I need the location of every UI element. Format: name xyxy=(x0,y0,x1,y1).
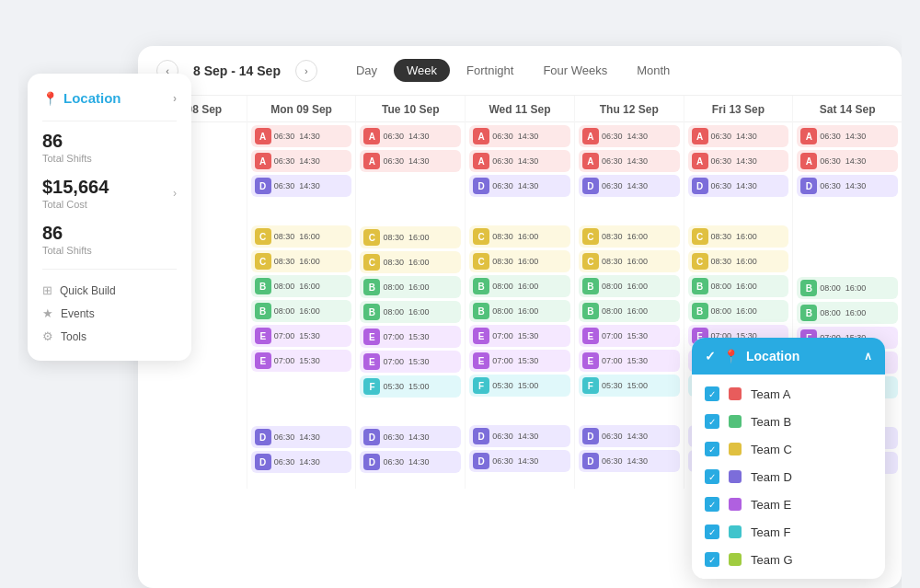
team-f-check-icon: ✓ xyxy=(705,525,719,539)
shift-thu-f1[interactable]: F 05:30 15:00 xyxy=(579,375,680,397)
shift-tue-b1[interactable]: B 08:00 16:00 xyxy=(360,276,461,298)
tab-month[interactable]: Month xyxy=(624,59,683,82)
shift-sat-d1[interactable]: D 06:30 14:30 xyxy=(797,175,898,197)
shift-mon-e2[interactable]: E 07:00 15:30 xyxy=(251,350,352,372)
shift-wed-b2[interactable]: B 08:00 16:00 xyxy=(469,300,570,322)
shift-fri-d1[interactable]: D 06:30 14:30 xyxy=(688,175,789,197)
shift-thu-e2[interactable]: E 07:00 15:30 xyxy=(579,350,680,372)
shift-wed-e1[interactable]: E 07:00 15:30 xyxy=(469,325,570,347)
tab-four-weeks[interactable]: Four Weeks xyxy=(530,59,620,82)
view-tabs: Day Week Fortnight Four Weeks Month xyxy=(343,59,683,82)
shift-tue-d1[interactable]: D 06:30 14:30 xyxy=(360,426,461,448)
team-g-dot xyxy=(729,553,742,566)
shift-fri-c2[interactable]: C 08:30 16:00 xyxy=(688,250,789,272)
day-header-mon: Mon 09 Sep xyxy=(247,96,356,122)
shift-fri-a2[interactable]: A 06:30 14:30 xyxy=(688,150,789,172)
shift-thu-d2[interactable]: D 06:30 14:30 xyxy=(579,425,680,447)
shift-thu-b1[interactable]: B 08:00 16:00 xyxy=(579,275,680,297)
shift-fri-c1[interactable]: C 08:30 16:00 xyxy=(688,225,789,248)
shift-wed-e2[interactable]: E 07:00 15:30 xyxy=(469,350,570,372)
shift-mon-b1[interactable]: B 08:00 16:00 xyxy=(251,275,352,297)
shift-thu-d3[interactable]: D 06:30 14:30 xyxy=(579,450,680,472)
sidebar-card: 📍 Location › 86 Total Shifts $15,664 Tot… xyxy=(28,74,191,361)
shift-wed-c1[interactable]: C 08:30 16:00 xyxy=(469,225,570,248)
tab-day[interactable]: Day xyxy=(343,59,390,82)
shift-thu-d1[interactable]: D 06:30 14:30 xyxy=(579,175,680,197)
shift-fri-empty1 xyxy=(688,200,789,223)
team-c-label: Team C xyxy=(751,443,792,456)
dropdown-header-label: Location xyxy=(746,349,799,363)
shift-thu-c2[interactable]: C 08:30 16:00 xyxy=(579,250,680,272)
shift-wed-b1[interactable]: B 08:00 16:00 xyxy=(469,275,570,297)
shift-mon-c1[interactable]: C 08:30 16:00 xyxy=(251,225,352,248)
tab-week[interactable]: Week xyxy=(394,59,450,82)
team-item-d[interactable]: ✓ Team D xyxy=(692,463,885,490)
shift-thu-empty1 xyxy=(579,200,680,223)
shift-tue-e1[interactable]: E 07:00 15:30 xyxy=(360,326,461,348)
next-button[interactable]: › xyxy=(295,60,317,82)
shift-mon-a2[interactable]: A 06:30 14:30 xyxy=(251,150,352,172)
shift-sat-empty3 xyxy=(797,251,898,274)
shift-wed-a2[interactable]: A 06:30 14:30 xyxy=(469,150,570,172)
menu-label-tools: Tools xyxy=(61,330,86,343)
team-item-a[interactable]: ✓ Team A xyxy=(692,380,885,408)
team-item-f[interactable]: ✓ Team F xyxy=(692,518,885,546)
shift-mon-c2[interactable]: C 08:30 16:00 xyxy=(251,250,352,272)
shift-rows-tue: A 06:30 14:30 A 06:30 14:30 C 08:30 16:0… xyxy=(356,122,465,478)
shift-fri-a1[interactable]: A 06:30 14:30 xyxy=(688,125,789,147)
shift-wed-a1[interactable]: A 06:30 14:30 xyxy=(469,125,570,147)
shift-tue-f1[interactable]: F 05:30 15:00 xyxy=(360,375,461,398)
shift-mon-empty1 xyxy=(251,200,352,223)
shift-thu-b2[interactable]: B 08:00 16:00 xyxy=(579,300,680,322)
shift-wed-c2[interactable]: C 08:30 16:00 xyxy=(469,250,570,272)
menu-item-events[interactable]: ★ Events xyxy=(42,302,177,325)
col-tue: Tue 10 Sep A 06:30 14:30 A 06:30 14:30 xyxy=(356,96,466,489)
shift-tue-a1[interactable]: A 06:30 14:30 xyxy=(360,125,461,147)
sidebar-location-label: Location xyxy=(63,90,121,106)
team-item-g[interactable]: ✓ Team G xyxy=(692,546,885,573)
menu-item-quick-build[interactable]: ⊞ Quick Build xyxy=(42,279,177,302)
team-item-e[interactable]: ✓ Team E xyxy=(692,490,885,518)
shift-mon-e1[interactable]: E 07:00 15:30 xyxy=(251,325,352,347)
shift-wed-d2[interactable]: D 06:30 14:30 xyxy=(469,425,570,447)
stat-label-1: Total Shifts xyxy=(42,153,177,164)
shift-wed-d1[interactable]: D 06:30 14:30 xyxy=(469,175,570,197)
shift-wed-d3[interactable]: D 06:30 14:30 xyxy=(469,450,570,472)
stat-total-cost[interactable]: $15,664 Total Cost › xyxy=(42,177,177,210)
shift-sat-a1[interactable]: A 06:30 14:30 xyxy=(797,125,898,147)
shift-mon-d1[interactable]: D 06:30 14:30 xyxy=(251,175,352,197)
menu-item-tools[interactable]: ⚙ Tools xyxy=(42,325,177,348)
shift-mon-d2[interactable]: D 06:30 14:30 xyxy=(251,426,352,448)
team-item-c[interactable]: ✓ Team C xyxy=(692,435,885,463)
team-d-check-icon: ✓ xyxy=(705,469,719,484)
shift-sat-b2[interactable]: B 08:00 16:00 xyxy=(797,302,898,324)
sidebar-location[interactable]: 📍 Location › xyxy=(42,90,177,106)
col-thu: Thu 12 Sep A 06:30 14:30 A 06:30 14:30 D xyxy=(575,96,684,489)
tab-fortnight[interactable]: Fortnight xyxy=(454,59,526,82)
shift-thu-e1[interactable]: E 07:00 15:30 xyxy=(579,325,680,347)
shift-sat-a2[interactable]: A 06:30 14:30 xyxy=(797,150,898,172)
dropdown-location-icon: 📍 xyxy=(723,349,739,363)
dropdown-check-icon: ✓ xyxy=(705,349,716,363)
shift-tue-c2[interactable]: C 08:30 16:00 xyxy=(360,251,461,273)
shift-sat-b1[interactable]: B 08:00 16:00 xyxy=(797,277,898,299)
shift-thu-c1[interactable]: C 08:30 16:00 xyxy=(579,225,680,248)
shift-mon-d3[interactable]: D 06:30 14:30 xyxy=(251,451,352,473)
shift-mon-a1[interactable]: A 06:30 14:30 xyxy=(251,125,352,147)
shift-fri-b2[interactable]: B 08:00 16:00 xyxy=(688,300,789,322)
shift-thu-a2[interactable]: A 06:30 14:30 xyxy=(579,150,680,172)
dropdown-header[interactable]: ✓ 📍 Location ∧ xyxy=(692,338,885,375)
shift-mon-b2[interactable]: B 08:00 16:00 xyxy=(251,300,352,322)
shift-tue-a2[interactable]: A 06:30 14:30 xyxy=(360,150,461,172)
team-item-b[interactable]: ✓ Team B xyxy=(692,408,885,435)
team-c-dot xyxy=(729,443,742,455)
shift-fri-b1[interactable]: B 08:00 16:00 xyxy=(688,275,789,297)
day-header-sat: Sat 14 Sep xyxy=(793,96,902,122)
shift-tue-b2[interactable]: B 08:00 16:00 xyxy=(360,301,461,323)
shift-rows-thu: A 06:30 14:30 A 06:30 14:30 D 06:30 14:3… xyxy=(575,122,684,478)
shift-tue-c1[interactable]: C 08:30 16:00 xyxy=(360,226,461,248)
shift-tue-d2[interactable]: D 06:30 14:30 xyxy=(360,451,461,473)
shift-tue-e2[interactable]: E 07:00 15:30 xyxy=(360,351,461,373)
shift-thu-a1[interactable]: A 06:30 14:30 xyxy=(579,125,680,147)
shift-wed-f1[interactable]: F 05:30 15:00 xyxy=(469,375,570,397)
